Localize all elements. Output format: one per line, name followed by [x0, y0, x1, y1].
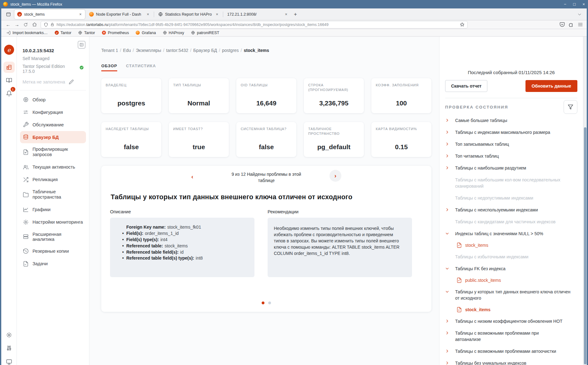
health-check-item[interactable]: Таблицы с наибольшим раздутием — [445, 162, 577, 174]
chevron-right-icon — [445, 141, 455, 147]
refresh-data-button[interactable]: Обновить данные — [525, 80, 577, 92]
divider — [445, 98, 577, 98]
tab-stock-items[interactable]: e stock_items × — [14, 10, 85, 19]
breadcrumb-item[interactable]: Экземпляры — [136, 48, 164, 53]
carousel-dot-active[interactable] — [262, 302, 264, 304]
sidebar-item-backups[interactable]: Резервные копии — [20, 245, 86, 257]
extensions-puzzle-icon[interactable] — [569, 22, 574, 27]
tab-node-exporter[interactable]: Node Exporter Full - Dash × — [86, 10, 153, 19]
forward-button[interactable]: → — [13, 21, 21, 28]
bookmark-star-icon[interactable] — [460, 22, 465, 27]
health-check-item[interactable]: Таблицы с неиспользуемыми индексами — [445, 204, 577, 216]
tab-close-icon[interactable]: × — [215, 12, 219, 17]
health-check-item[interactable]: Таблицы без уникальных индексов — [445, 357, 577, 365]
bookmark-tantor-2[interactable]: Tantor — [78, 31, 95, 35]
breadcrumb-item[interactable]: Tenant 1 — [101, 48, 121, 53]
chevron-right-icon — [445, 129, 455, 135]
reload-button[interactable] — [21, 21, 30, 28]
sidebar-item-replication[interactable]: Репликация — [20, 174, 86, 186]
prev-problem-button[interactable]: ‹ — [191, 173, 193, 180]
carousel-dots — [101, 302, 431, 304]
rail-preferences-button[interactable] — [3, 342, 15, 354]
download-report-button[interactable]: Скачать отчет — [445, 80, 487, 92]
close-button[interactable]: × — [582, 2, 585, 7]
health-check-item[interactable]: Топ записываемых таблиц — [445, 138, 577, 150]
sidebar-item-db-browser[interactable]: Браузер БД — [20, 131, 86, 143]
chevron-right-icon — [445, 318, 455, 324]
rail-terminal-button[interactable] — [3, 356, 15, 365]
list-all-tabs-button[interactable] — [575, 10, 584, 19]
sidebar-item-current-activity[interactable]: Текущая активность — [20, 161, 86, 173]
sidebar-item-advanced-analytics[interactable]: Расширенная аналитика — [20, 229, 86, 245]
rail-settings-button[interactable] — [3, 329, 15, 341]
bookmark-patronirest[interactable]: patroniREST — [191, 31, 219, 35]
menu-hamburger-icon[interactable] — [578, 22, 583, 27]
maximize-button[interactable]: □ — [573, 2, 576, 7]
health-check-item-expanded[interactable]: Таблицы FK без индекса — [445, 263, 577, 275]
health-check-item[interactable]: Таблицы с возможными проблемами при авто… — [445, 327, 577, 345]
filter-button[interactable] — [564, 100, 577, 114]
bookmark-tantor[interactable]: e Tantor — [55, 31, 72, 35]
home-button[interactable] — [30, 21, 39, 28]
tab-close-icon[interactable]: × — [284, 12, 288, 17]
next-problem-button[interactable]: › — [329, 170, 341, 182]
edit-pencil-icon[interactable] — [69, 79, 74, 84]
breadcrumb-item[interactable]: Браузер БД — [193, 48, 220, 53]
bookmark-grafana[interactable]: Grafana — [136, 31, 156, 35]
minimize-button[interactable]: − — [564, 2, 566, 7]
breadcrumb-item[interactable]: Edu — [123, 48, 134, 53]
rail-instances-button[interactable] — [3, 62, 15, 73]
sidebar-item-charts[interactable]: Графики — [20, 204, 86, 216]
back-button[interactable]: ← — [4, 21, 13, 28]
sidebar-item-configuration[interactable]: Конфигурация — [20, 106, 86, 118]
chevron-right-icon — [445, 165, 455, 171]
scrollbar — [583, 37, 587, 365]
address-bar[interactable]: https://education.tantorlabs.ru/platform… — [41, 21, 468, 28]
tab-close-icon[interactable]: × — [78, 12, 82, 17]
new-tab-button[interactable]: + — [291, 10, 300, 19]
tab-close-icon[interactable]: × — [146, 12, 150, 17]
recommendations-text: Необходимо изменить типы полей внешних к… — [273, 224, 406, 256]
sidebar: 10.0.2.15:5432 Self Managed Tantor Speci… — [17, 37, 89, 365]
health-check-item-expanded[interactable]: Таблицы у которых тип данных внешнего кл… — [445, 286, 577, 304]
firefox-view-button[interactable] — [4, 10, 13, 19]
tantor-logo[interactable]: e — [4, 45, 14, 55]
bookmark-label: patroniREST — [197, 31, 219, 35]
sidebar-item-monitoring-settings[interactable]: Настройки мониторинга — [20, 216, 86, 228]
tab-ip-address[interactable]: 172.21.1.2:8008/ × — [224, 10, 291, 19]
rail-notifications-button[interactable]: 1 — [3, 88, 15, 99]
health-check-item-expanded[interactable]: Индексы таблиц с значениями NULL > 50% — [445, 228, 577, 240]
health-check-item[interactable]: Таблицы с индексами максимального размер… — [445, 126, 577, 138]
stat-card-has-toast: ИМЕЕТ TOAST? true — [169, 122, 229, 157]
health-check-item[interactable]: Самые большие таблицы — [445, 114, 577, 126]
scrollbar-thumb[interactable] — [584, 127, 586, 364]
bookmark-import[interactable]: Import bookmarks… — [6, 31, 48, 35]
health-check-item[interactable]: Топ читаемых таблиц — [445, 150, 577, 162]
health-check-table-link[interactable]: stock_items — [445, 304, 577, 315]
window-border-right — [587, 8, 588, 365]
tab-statistics[interactable]: СТАТИСТИКА — [126, 63, 156, 71]
breadcrumb-item[interactable]: postgres — [222, 48, 242, 53]
sidebar-item-tasks[interactable]: Задачи — [20, 258, 86, 270]
sidebar-collapse-button[interactable] — [78, 41, 85, 48]
sidebar-item-tablespaces[interactable]: Табличные пространства — [20, 186, 86, 203]
bookmarks-bar: Import bookmarks… e Tantor Tantor Promet… — [1, 29, 587, 37]
carousel-dot[interactable] — [268, 302, 271, 304]
rail-docs-button[interactable] — [3, 75, 15, 86]
sidebar-item-query-profiler[interactable]: Профилировщик запросов — [20, 144, 86, 161]
sidebar-item-overview[interactable]: Обзор — [20, 94, 86, 106]
tab-statistics-report[interactable]: Statistics Report for HAPro × — [155, 10, 222, 19]
bookmark-prometheus[interactable]: Prometheus — [102, 31, 129, 35]
breadcrumb-item[interactable]: tantor:5432 — [166, 48, 192, 53]
health-check-table-link[interactable]: public.stock_items — [445, 275, 577, 286]
tab-overview[interactable]: ОБЗОР — [101, 63, 117, 71]
sidebar-item-maintenance[interactable]: Обслуживание — [20, 119, 86, 131]
bookmark-label: Prometheus — [108, 31, 129, 35]
health-check-item[interactable]: Таблицы с возможными проблемами автоочис… — [445, 345, 577, 357]
pocket-icon[interactable] — [560, 22, 565, 27]
stat-card-tablespace: ТАБЛИЧНОЕ ПРОСТРАНСТВО pg_default — [304, 122, 364, 157]
health-check-item[interactable]: Таблицы с низким коэффициентом обновлени… — [445, 315, 577, 327]
window-border-left — [0, 8, 1, 365]
bookmark-haproxy[interactable]: HAProxy — [163, 31, 184, 35]
health-check-table-link[interactable]: stock_items — [445, 240, 577, 251]
